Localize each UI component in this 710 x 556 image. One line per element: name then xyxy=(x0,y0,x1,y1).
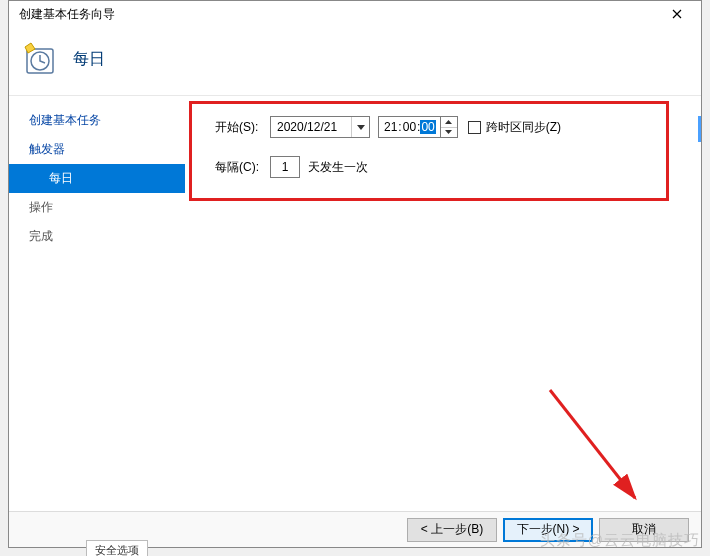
chevron-down-icon xyxy=(445,130,452,134)
tz-sync-group: 跨时区同步(Z) xyxy=(468,119,561,136)
main-panel: 开始(S): 21: 00: 00 xyxy=(185,96,701,251)
scroll-accent xyxy=(698,116,701,142)
page-title: 每日 xyxy=(73,49,105,70)
time-hours[interactable]: 21 xyxy=(383,120,398,134)
cancel-button[interactable]: 取消 xyxy=(599,518,689,542)
close-icon xyxy=(672,9,682,19)
chevron-down-icon xyxy=(357,125,365,130)
body: 创建基本任务 触发器 每日 操作 完成 开始(S): 21: 00 xyxy=(9,96,701,251)
interval-label: 每隔(C): xyxy=(215,159,270,176)
sidebar-item-trigger[interactable]: 触发器 xyxy=(9,135,185,164)
titlebar: 创建基本任务向导 xyxy=(9,1,701,27)
interval-input[interactable] xyxy=(270,156,300,178)
time-spinner xyxy=(440,117,457,137)
tz-sync-checkbox[interactable] xyxy=(468,121,481,134)
time-picker[interactable]: 21: 00: 00 xyxy=(378,116,458,138)
back-button[interactable]: < 上一步(B) xyxy=(407,518,497,542)
tz-sync-label: 跨时区同步(Z) xyxy=(486,119,561,136)
window-title: 创建基本任务向导 xyxy=(19,6,115,23)
sidebar-item-create-task[interactable]: 创建基本任务 xyxy=(9,106,185,135)
sidebar-item-action[interactable]: 操作 xyxy=(9,193,185,222)
date-input[interactable] xyxy=(271,117,351,137)
interval-row: 每隔(C): 天发生一次 xyxy=(215,152,701,182)
clock-icon xyxy=(21,41,57,77)
date-dropdown-button[interactable] xyxy=(351,117,369,137)
sidebar: 创建基本任务 触发器 每日 操作 完成 xyxy=(9,96,185,251)
time-seconds[interactable]: 00 xyxy=(420,120,435,134)
time-minutes[interactable]: 00 xyxy=(402,120,417,134)
close-button[interactable] xyxy=(657,2,697,26)
spin-up-button[interactable] xyxy=(441,117,457,128)
start-label: 开始(S): xyxy=(215,119,270,136)
next-button[interactable]: 下一步(N) > xyxy=(503,518,593,542)
sidebar-item-daily[interactable]: 每日 xyxy=(9,164,185,193)
chevron-up-icon xyxy=(445,120,452,124)
background-fragment: 安全选项 xyxy=(86,540,148,556)
wizard-header: 每日 xyxy=(9,27,701,95)
sidebar-item-finish[interactable]: 完成 xyxy=(9,222,185,251)
start-row: 开始(S): 21: 00: 00 xyxy=(215,112,701,142)
interval-suffix: 天发生一次 xyxy=(308,159,368,176)
wizard-dialog: 创建基本任务向导 每日 创建基本任务 触发器 每日 操作 完成 开 xyxy=(8,0,702,548)
date-picker[interactable] xyxy=(270,116,370,138)
time-display[interactable]: 21: 00: 00 xyxy=(379,117,440,137)
spin-down-button[interactable] xyxy=(441,128,457,138)
